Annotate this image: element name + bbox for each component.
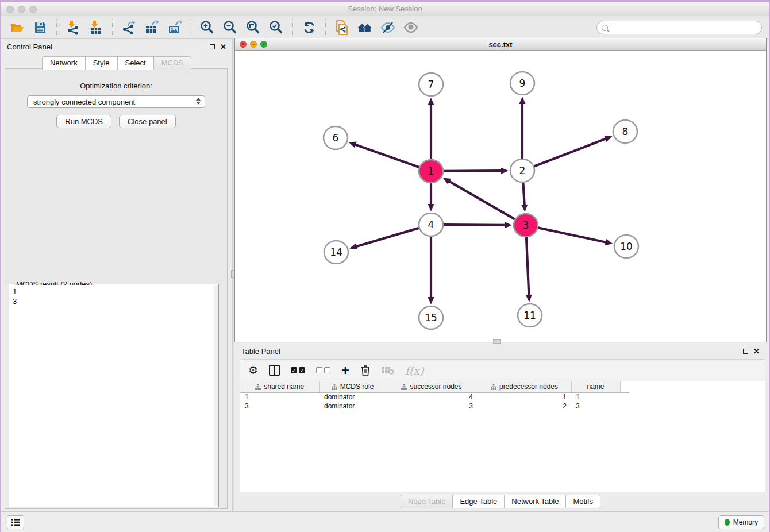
column-header-shared-name[interactable]: shared name	[240, 381, 319, 392]
tab-network[interactable]: Network	[42, 56, 85, 70]
result-scrollbar[interactable]	[214, 285, 218, 506]
table-cell[interactable]: 3	[240, 402, 319, 411]
net-close-button[interactable]: ×	[240, 41, 247, 48]
zoom-in-icon[interactable]	[199, 20, 215, 36]
export-image-icon[interactable]	[167, 20, 183, 36]
edge-3-1[interactable]	[448, 181, 514, 219]
close-table-panel-icon[interactable]: ✕	[753, 349, 760, 354]
table-row[interactable]: 3dominator323	[240, 402, 629, 411]
column-header-successor-nodes[interactable]: successor nodes	[386, 381, 478, 392]
network-window-titlebar[interactable]: × − + scc.txt	[235, 38, 766, 51]
table-cell[interactable]: 2	[478, 402, 571, 411]
net-minimize-button[interactable]: −	[250, 41, 257, 48]
table-cell[interactable]: 4	[386, 392, 478, 402]
edge-1-6[interactable]	[355, 144, 419, 167]
edge-4-3[interactable]	[444, 225, 506, 225]
table-settings-icon[interactable]: ⚙	[248, 365, 258, 376]
column-header-name[interactable]: name	[571, 381, 620, 392]
add-row-icon[interactable]: +	[341, 365, 349, 376]
column-label: successor nodes	[410, 383, 461, 391]
edge-3-11[interactable]	[526, 237, 529, 296]
tab-network-table[interactable]: Network Table	[504, 495, 565, 508]
row-filler	[620, 392, 629, 402]
task-history-button[interactable]	[7, 515, 24, 529]
column-header-MCDS-role[interactable]: MCDS role	[319, 381, 386, 392]
row-filler	[620, 402, 629, 411]
optimization-criterion-dropdown[interactable]: strongly connected component	[27, 95, 205, 108]
mcds-result-text[interactable]: 1 3	[10, 285, 214, 506]
zoom-fit-icon[interactable]	[245, 20, 261, 36]
edge-arrowhead	[428, 204, 434, 211]
app-title: Session: New Session	[1, 5, 769, 13]
edge-2-3[interactable]	[523, 183, 524, 206]
unselect-all-icon[interactable]	[316, 367, 330, 373]
control-panel: Control Panel ✕ NetworkStyleSelectMCDS O…	[1, 39, 232, 511]
open-session-icon[interactable]	[9, 20, 25, 36]
chevron-updown-icon	[196, 98, 201, 105]
network-canvas[interactable]: 7968124314101511	[235, 51, 766, 342]
network-view-window: × − + scc.txt 7968124314101511	[234, 38, 767, 342]
net-maximize-button[interactable]: +	[260, 41, 267, 48]
show-graphics-details-icon[interactable]	[403, 20, 419, 36]
edge-1-2[interactable]	[444, 171, 502, 171]
copy-network-icon[interactable]	[334, 20, 350, 36]
edge-arrowhead	[349, 244, 357, 250]
edge-arrowhead	[501, 168, 509, 174]
table-cell[interactable]: 1	[478, 392, 571, 402]
status-bar: Memory	[1, 511, 769, 532]
zoom-selected-icon[interactable]	[268, 20, 284, 36]
tab-node-table[interactable]: Node Table	[401, 495, 453, 508]
graph-node-label: 15	[425, 312, 437, 323]
edge-2-8[interactable]	[534, 138, 607, 166]
search-input[interactable]	[611, 24, 761, 32]
horizontal-splitter-grip[interactable]	[493, 339, 501, 344]
tab-motifs[interactable]: Motifs	[565, 495, 600, 508]
table-cell[interactable]: dominator	[319, 402, 386, 411]
show-columns-icon[interactable]	[269, 365, 280, 376]
run-mcds-button[interactable]: Run MCDS	[56, 115, 111, 128]
delete-row-icon[interactable]	[360, 365, 371, 376]
table-cell[interactable]: 3	[571, 402, 620, 411]
graph-node-label: 9	[519, 78, 526, 89]
memory-button[interactable]: Memory	[718, 515, 764, 529]
import-network-icon[interactable]	[65, 20, 81, 36]
edge-3-10[interactable]	[538, 228, 607, 242]
zoom-out-icon[interactable]	[222, 20, 238, 36]
memory-label: Memory	[733, 518, 758, 526]
float-panel-icon[interactable]	[210, 44, 215, 49]
graph-node-label: 4	[428, 219, 434, 230]
graph-node-label: 7	[428, 79, 434, 90]
titlebar: Session: New Session	[1, 2, 769, 16]
graph-node-label: 1	[428, 165, 434, 177]
table-cell[interactable]: 1	[571, 392, 620, 402]
memory-status-icon	[725, 519, 730, 526]
tab-edge-table[interactable]: Edge Table	[452, 495, 504, 508]
export-network-icon[interactable]	[121, 20, 137, 36]
close-panel-icon[interactable]: ✕	[220, 44, 226, 49]
table-cell[interactable]: 1	[240, 392, 319, 402]
column-header-predecessor-nodes[interactable]: predecessor nodes	[478, 381, 571, 392]
tab-select[interactable]: Select	[117, 56, 153, 70]
table-panel: Table Panel ✕ ⚙ ✓✓ + f(x) shared nameMCD…	[234, 344, 767, 511]
select-all-icon[interactable]: ✓✓	[291, 367, 305, 373]
column-label: MCDS role	[340, 383, 374, 391]
table-cell[interactable]: 3	[386, 402, 478, 411]
import-table-icon[interactable]	[88, 20, 104, 36]
refresh-icon[interactable]	[301, 20, 317, 36]
edge-arrowhead	[505, 222, 512, 228]
table-row[interactable]: 1dominator411	[240, 392, 629, 402]
graph-node-label: 3	[523, 219, 529, 231]
tab-mcds[interactable]: MCDS	[153, 56, 191, 70]
nested-networks-icon[interactable]	[357, 20, 373, 36]
close-panel-button[interactable]: Close panel	[119, 115, 176, 128]
column-label: shared name	[264, 383, 304, 391]
float-table-panel-icon[interactable]	[743, 349, 748, 354]
node-table: shared nameMCDS rolesuccessor nodesprede…	[240, 381, 765, 492]
save-session-icon[interactable]	[32, 20, 48, 36]
header-filler	[620, 381, 629, 392]
table-cell[interactable]: dominator	[319, 392, 386, 402]
hide-graphics-details-icon[interactable]	[380, 20, 396, 36]
export-table-icon[interactable]	[144, 20, 160, 36]
edge-4-14[interactable]	[356, 228, 419, 247]
tab-style[interactable]: Style	[85, 56, 117, 70]
